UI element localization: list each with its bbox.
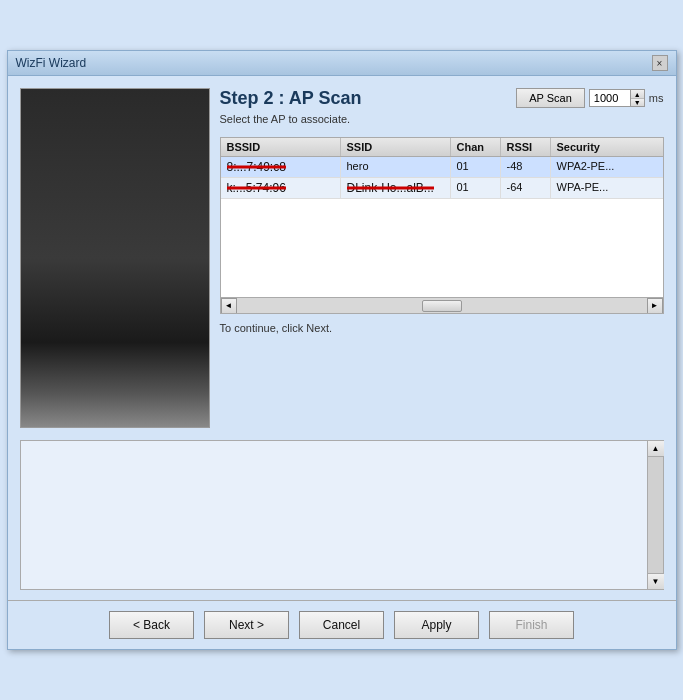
right-panel: Step 2 : AP Scan Select the AP to associ… <box>220 88 664 428</box>
table-row[interactable]: k:...5:74:96 DLink-Ho...alB... 01 -64 <box>221 178 663 199</box>
cell-rssi-0: -48 <box>501 157 551 177</box>
ms-spinner: ▲ ▼ <box>630 90 644 106</box>
ssid-redacted-1: DLink-Ho...alB... <box>347 181 434 195</box>
redact-bar-0 <box>227 166 286 169</box>
cell-security-0: WPA2-PE... <box>551 157 631 177</box>
next-button[interactable]: Next > <box>204 611 289 639</box>
ssid-redact-bar-1 <box>347 187 434 190</box>
scroll-left-button[interactable]: ◄ <box>221 298 237 314</box>
scroll-right-button[interactable]: ► <box>647 298 663 314</box>
ms-input-group: ▲ ▼ <box>589 89 645 107</box>
continue-text: To continue, click Next. <box>220 322 664 334</box>
title-bar: WizFi Wizard × <box>8 51 676 76</box>
table-row[interactable]: 8:...7:49:c8 hero 01 -48 WPA2-PE... <box>221 157 663 178</box>
col-bssid: BSSID <box>221 138 341 156</box>
close-button[interactable]: × <box>652 55 668 71</box>
bssid-redacted-0: 8:...7:49:c8 <box>227 160 286 174</box>
scroll-track[interactable] <box>237 298 647 314</box>
ms-input[interactable] <box>590 90 630 106</box>
ap-scan-button[interactable]: AP Scan <box>516 88 585 108</box>
col-security: Security <box>551 138 631 156</box>
button-bar: < Back Next > Cancel Apply Finish <box>8 600 676 649</box>
log-scroll-track[interactable] <box>648 457 663 573</box>
step-header: Step 2 : AP Scan Select the AP to associ… <box>220 88 362 131</box>
bssid-redacted-1: k:...5:74:96 <box>227 181 286 195</box>
log-scrollbar: ▲ ▼ <box>647 441 663 589</box>
left-panel <box>20 88 210 428</box>
apply-button[interactable]: Apply <box>394 611 479 639</box>
step-subtitle: Select the AP to associate. <box>220 113 362 125</box>
cell-ssid-0: hero <box>341 157 451 177</box>
cell-bssid-1: k:...5:74:96 <box>221 178 341 198</box>
cell-bssid-0: 8:...7:49:c8 <box>221 157 341 177</box>
window-title: WizFi Wizard <box>16 56 87 70</box>
col-rssi: RSSI <box>501 138 551 156</box>
cell-rssi-1: -64 <box>501 178 551 198</box>
back-button[interactable]: < Back <box>109 611 194 639</box>
horizontal-scrollbar: ◄ ► <box>221 297 663 313</box>
cancel-button[interactable]: Cancel <box>299 611 384 639</box>
log-scroll-up-button[interactable]: ▲ <box>648 441 664 457</box>
finish-button[interactable]: Finish <box>489 611 574 639</box>
scroll-thumb[interactable] <box>422 300 462 312</box>
ms-up-button[interactable]: ▲ <box>631 90 644 98</box>
ms-label: ms <box>649 92 664 104</box>
col-chan: Chan <box>451 138 501 156</box>
redact-bar-1 <box>227 187 286 190</box>
ms-down-button[interactable]: ▼ <box>631 98 644 106</box>
content-area: Step 2 : AP Scan Select the AP to associ… <box>8 76 676 440</box>
cell-ssid-1: DLink-Ho...alB... <box>341 178 451 198</box>
col-ssid: SSID <box>341 138 451 156</box>
log-area: ▲ ▼ <box>20 440 664 590</box>
cell-chan-1: 01 <box>451 178 501 198</box>
cell-security-1: WPA-PE... <box>551 178 631 198</box>
log-scroll-down-button[interactable]: ▼ <box>648 573 664 589</box>
table-body: 8:...7:49:c8 hero 01 -48 WPA2-PE... <box>221 157 663 297</box>
cell-chan-0: 01 <box>451 157 501 177</box>
step-title: Step 2 : AP Scan <box>220 88 362 109</box>
ap-table: BSSID SSID Chan RSSI Security 8:...7:49:… <box>220 137 664 314</box>
scan-controls: AP Scan ▲ ▼ ms <box>516 88 663 108</box>
table-header: BSSID SSID Chan RSSI Security <box>221 138 663 157</box>
main-window: WizFi Wizard × Step 2 : AP Scan Select t… <box>7 50 677 650</box>
